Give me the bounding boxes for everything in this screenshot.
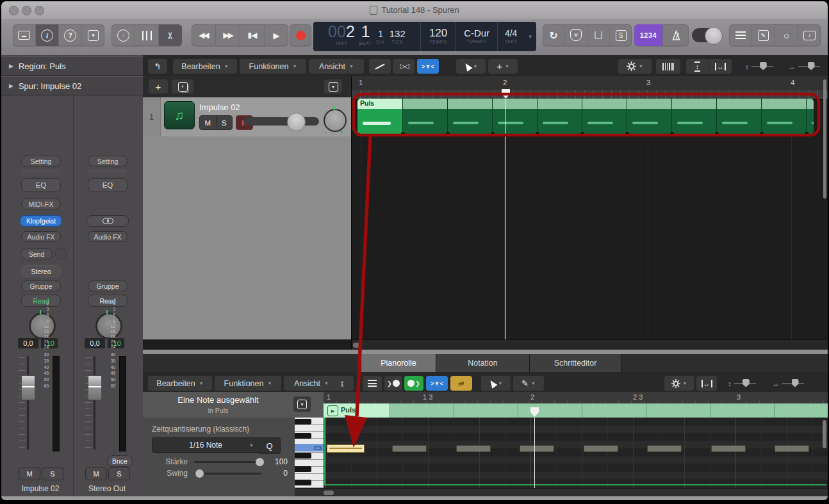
pr-loop-segment[interactable] bbox=[454, 403, 518, 418]
panel-divider[interactable] bbox=[143, 350, 828, 354]
black-key[interactable] bbox=[295, 433, 311, 439]
pointer-tool-button[interactable]: ▼ bbox=[481, 376, 511, 391]
solo-button[interactable]: S bbox=[108, 467, 130, 480]
volume-value[interactable]: 0,0 bbox=[85, 338, 105, 348]
pencil-tool-button[interactable]: ✎▼ bbox=[513, 376, 544, 391]
pianoroll-config-button[interactable]: ▾ bbox=[293, 396, 311, 412]
pianoroll-region-strip[interactable]: ▶ Puls bbox=[324, 403, 828, 418]
cycle-button[interactable]: ↻ bbox=[543, 24, 565, 46]
region-play-icon[interactable]: ▶ bbox=[327, 405, 338, 416]
stereo-format-button[interactable] bbox=[86, 215, 129, 227]
volume-fader-handle[interactable] bbox=[88, 375, 102, 400]
track-row[interactable]: 1 ♫ Impulse 02 M S R L R bbox=[143, 97, 351, 137]
eq-thumbnail[interactable] bbox=[88, 170, 126, 176]
catch-playhead-button[interactable]: >▼< bbox=[426, 376, 448, 391]
region-loop-segment[interactable] bbox=[627, 99, 672, 134]
ghost-note[interactable] bbox=[647, 445, 682, 452]
track-name[interactable]: Impulse 02 bbox=[199, 102, 240, 112]
forward-button[interactable]: ▶▶ bbox=[216, 24, 240, 46]
replace-button[interactable]: ✕ bbox=[565, 24, 587, 46]
pr-loop-segment[interactable] bbox=[710, 403, 775, 418]
metronome-button[interactable] bbox=[663, 24, 689, 46]
scrollbar-thumb[interactable] bbox=[324, 491, 334, 495]
event-list-button[interactable] bbox=[363, 376, 382, 391]
quantize-value-dropdown[interactable]: 1/16 Note ▼ bbox=[152, 437, 259, 453]
fader-track[interactable] bbox=[94, 356, 95, 450]
zoom-thumb[interactable] bbox=[792, 379, 799, 387]
ghost-note[interactable] bbox=[711, 445, 746, 452]
pianoroll-settings-button[interactable]: ▼ bbox=[664, 376, 694, 391]
mute-button[interactable]: M bbox=[85, 467, 107, 480]
lcd-mode-chevron[interactable]: ▼ bbox=[524, 22, 536, 51]
tracks-v-scrollbar-thumb[interactable] bbox=[823, 79, 826, 199]
midi-region-puls[interactable]: Puls bbox=[357, 99, 814, 134]
strength-slider[interactable] bbox=[194, 461, 261, 463]
region-loop-segment[interactable] bbox=[447, 99, 493, 134]
output-slot-button[interactable]: Stereo bbox=[21, 265, 61, 277]
black-key[interactable] bbox=[295, 480, 311, 485]
black-key[interactable] bbox=[295, 466, 311, 472]
ghost-note[interactable] bbox=[775, 445, 809, 452]
ghost-note[interactable] bbox=[456, 445, 491, 452]
zoom-thumb[interactable] bbox=[808, 62, 815, 70]
fader-track[interactable] bbox=[27, 356, 29, 450]
group-slot-button[interactable]: Gruppe bbox=[88, 280, 127, 291]
region-loop-segment[interactable] bbox=[761, 99, 807, 134]
library-button[interactable]: ▬ bbox=[13, 24, 36, 46]
tab-pianorolle[interactable]: Pianorolle bbox=[361, 354, 436, 372]
eq-slot-button[interactable]: EQ bbox=[21, 178, 61, 192]
horizontal-zoom-slider[interactable]: ↔ bbox=[784, 59, 825, 74]
midi-in-button[interactable]: ❯ bbox=[384, 376, 402, 391]
waveform-zoom-button[interactable] bbox=[656, 59, 680, 74]
region-loop-segment[interactable] bbox=[492, 99, 538, 134]
pr-loop-segment[interactable] bbox=[646, 403, 710, 418]
arrange-background[interactable] bbox=[352, 100, 828, 339]
ghost-note[interactable] bbox=[584, 445, 618, 452]
drag-up-button[interactable]: ↰ bbox=[148, 59, 167, 74]
black-key[interactable] bbox=[295, 419, 311, 425]
track-solo-button[interactable]: S bbox=[217, 116, 233, 129]
track-mute-button[interactable]: M bbox=[200, 116, 217, 129]
menu-ansicht[interactable]: Ansicht▼ bbox=[309, 59, 364, 74]
track-pan-knob[interactable] bbox=[324, 109, 347, 132]
pr-loop-segment[interactable] bbox=[518, 403, 582, 418]
vertical-zoom-slider[interactable]: ↕ bbox=[721, 376, 762, 391]
region-loop-segment[interactable] bbox=[716, 99, 762, 134]
region-loop-segment[interactable] bbox=[582, 99, 627, 134]
scrollbar-thumb[interactable] bbox=[353, 343, 361, 348]
pr-h-scrollbar[interactable] bbox=[295, 488, 828, 497]
track-header-config-button[interactable]: ▾ bbox=[324, 79, 342, 93]
pointer-tool-button[interactable]: ▼ bbox=[456, 59, 486, 74]
tab-schritteditor[interactable]: Schritteditor bbox=[529, 354, 621, 372]
editors-button[interactable]: ✂ bbox=[159, 24, 182, 46]
mute-button[interactable]: M bbox=[19, 467, 40, 480]
eq-thumbnail[interactable] bbox=[21, 170, 60, 176]
track-volume-knob[interactable] bbox=[287, 113, 306, 131]
collapse-mode-button[interactable]: ∨∧ bbox=[331, 376, 354, 391]
master-volume-toggle[interactable] bbox=[692, 28, 721, 42]
black-key[interactable] bbox=[295, 453, 311, 459]
menu-funktionen[interactable]: Funktionen▼ bbox=[240, 59, 306, 74]
add-track-button[interactable]: + bbox=[149, 79, 168, 93]
track-icon[interactable]: ♫ bbox=[164, 101, 195, 129]
solo-mode-button[interactable]: S bbox=[610, 24, 632, 46]
flex-button[interactable]: ▷◁ bbox=[393, 59, 414, 74]
region-original-segment[interactable]: Puls bbox=[357, 99, 402, 134]
media-browser-button[interactable]: ♪ bbox=[798, 24, 821, 46]
instrument-slot-button[interactable]: Klopfgeist bbox=[20, 215, 62, 227]
pr-loop-segment[interactable] bbox=[390, 403, 454, 418]
zoom-thumb[interactable] bbox=[760, 62, 767, 70]
track-settings-button[interactable]: ▼ bbox=[618, 59, 652, 74]
bounce-button[interactable]: Bnce bbox=[107, 455, 133, 467]
region-inspector-header[interactable]: ▶ Region: Puls bbox=[1, 56, 143, 76]
mixer-button[interactable] bbox=[135, 24, 159, 46]
stop-button[interactable]: ▮◀ bbox=[240, 24, 265, 46]
ghost-note[interactable] bbox=[520, 445, 554, 452]
menu-bearbeiten[interactable]: Bearbeiten▼ bbox=[173, 59, 237, 74]
zoom-thumb[interactable] bbox=[743, 379, 750, 387]
solo-button[interactable]: S bbox=[42, 467, 63, 480]
quantize-apply-button[interactable]: Q bbox=[259, 437, 281, 454]
quick-help-button[interactable]: ? bbox=[59, 24, 82, 46]
highlighted-key-c3[interactable]: C3 bbox=[295, 444, 324, 451]
tab-notation[interactable]: Notation bbox=[436, 354, 530, 372]
